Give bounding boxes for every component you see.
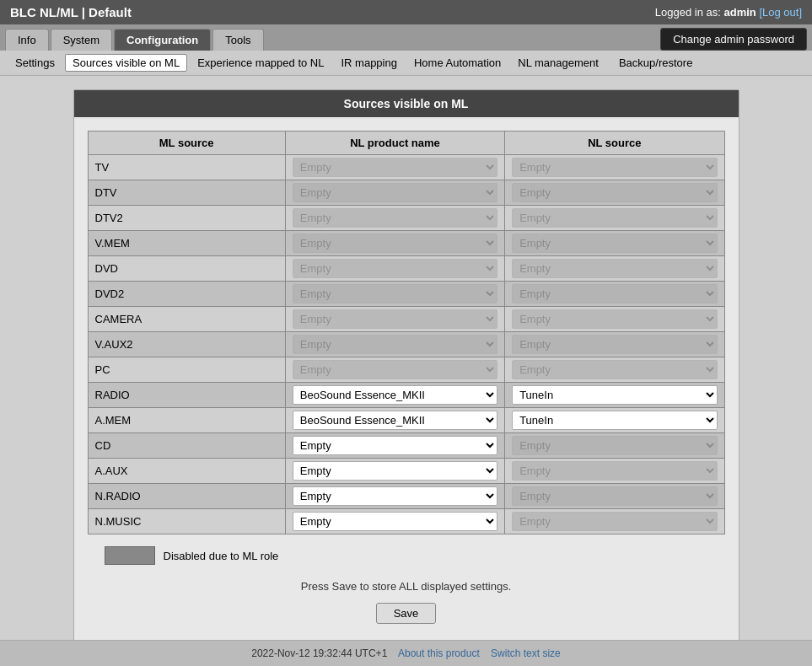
source-name-cell: N.MUSIC: [88, 509, 285, 534]
nl-product-select: Empty: [293, 335, 497, 354]
source-name-cell: A.MEM: [88, 408, 285, 433]
table-row: CDEmptyEmpty: [88, 433, 724, 459]
save-area: Save: [88, 603, 725, 624]
nl-product-select[interactable]: Empty: [293, 486, 497, 506]
nl-source-cell: Empty: [505, 332, 724, 357]
nl-product-cell[interactable]: BeoSound Essence_MKIIEmpty: [285, 408, 504, 433]
nl-product-select: Empty: [293, 183, 497, 202]
subnav-experience-mapped[interactable]: Experience mapped to NL: [191, 55, 331, 71]
nl-product-cell: Empty: [285, 256, 504, 282]
nl-product-cell: Empty: [285, 206, 504, 231]
nl-product-cell[interactable]: Empty: [285, 509, 504, 534]
tab-tools[interactable]: Tools: [212, 29, 263, 51]
col-nl-product: NL product name: [285, 132, 504, 155]
nl-source-select: Empty: [512, 335, 717, 354]
nl-source-select: Empty: [512, 208, 717, 228]
table-row: RADIOBeoSound Essence_MKIIEmptyTuneInEmp…: [88, 383, 724, 408]
col-ml-source: ML source: [88, 132, 285, 155]
nl-product-select: Empty: [293, 234, 497, 253]
table-row: DTVEmptyEmpty: [88, 180, 724, 206]
footer: 2022-Nov-12 19:32:44 UTC+1 About this pr…: [0, 640, 812, 666]
nl-source-cell: Empty: [505, 357, 724, 383]
nl-source-select: Empty: [512, 309, 717, 329]
nl-source-cell: Empty: [505, 433, 724, 459]
source-name-cell: RADIO: [88, 383, 285, 408]
subnav-backup-restore[interactable]: Backup/restore: [612, 55, 699, 71]
sources-panel: Sources visible on ML ML source NL produ…: [73, 89, 739, 643]
nl-source-cell: Empty: [505, 256, 724, 282]
nl-source-select: Empty: [512, 183, 717, 202]
about-link[interactable]: About this product: [398, 647, 480, 659]
header: BLC NL/ML | Default Logged in as: admin …: [0, 0, 812, 24]
nl-product-select[interactable]: Empty: [293, 512, 497, 531]
nl-source-cell: Empty: [505, 231, 724, 256]
source-name-cell: CD: [88, 433, 285, 459]
nl-source-select: Empty: [512, 360, 717, 379]
nl-product-select: Empty: [293, 284, 497, 303]
source-name-cell: V.MEM: [88, 231, 285, 256]
tab-configuration[interactable]: Configuration: [114, 29, 211, 51]
panel-title: Sources visible on ML: [74, 90, 739, 117]
switch-text-size-link[interactable]: Switch text size: [491, 647, 561, 659]
username: admin: [723, 6, 756, 19]
nl-product-cell[interactable]: Empty: [285, 459, 504, 484]
change-password-button[interactable]: Change admin password: [660, 28, 807, 51]
save-button[interactable]: Save: [376, 603, 437, 624]
subnav-ir-mapping[interactable]: IR mapping: [334, 55, 403, 71]
source-name-cell: PC: [88, 357, 285, 383]
sub-nav: Settings Sources visible on ML Experienc…: [0, 51, 812, 76]
nl-product-select: Empty: [293, 158, 497, 177]
legend-color-box: [105, 546, 155, 565]
footer-timestamp: 2022-Nov-12 19:32:44 UTC+1: [251, 647, 387, 659]
source-name-cell: CAMERA: [88, 307, 285, 332]
nl-product-cell: Empty: [285, 307, 504, 332]
table-row: A.AUXEmptyEmpty: [88, 459, 724, 484]
nl-source-select[interactable]: TuneInEmpty: [512, 411, 717, 430]
source-name-cell: DVD2: [88, 282, 285, 307]
source-name-cell: A.AUX: [88, 459, 285, 484]
nl-source-select[interactable]: TuneInEmpty: [512, 385, 717, 405]
nl-product-select[interactable]: Empty: [293, 436, 497, 455]
save-note: Press Save to store ALL displayed settin…: [88, 580, 725, 593]
subnav-sources-visible[interactable]: Sources visible on ML: [65, 54, 187, 72]
table-row: N.MUSICEmptyEmpty: [88, 509, 724, 534]
nl-product-select[interactable]: Empty: [293, 461, 497, 481]
source-name-cell: DTV: [88, 180, 285, 206]
subnav-settings[interactable]: Settings: [8, 55, 62, 71]
nl-product-select: Empty: [293, 360, 497, 379]
table-row: DTV2EmptyEmpty: [88, 206, 724, 231]
subnav-nl-management[interactable]: NL management: [511, 55, 605, 71]
tab-info[interactable]: Info: [5, 29, 49, 51]
login-info: Logged in as: admin [Log out]: [655, 6, 802, 19]
nl-source-cell: Empty: [505, 155, 724, 180]
nl-source-select: Empty: [512, 259, 717, 278]
logout-link[interactable]: [Log out]: [759, 6, 802, 19]
col-nl-source: NL source: [505, 132, 724, 155]
tab-system[interactable]: System: [51, 29, 112, 51]
nl-product-select: Empty: [293, 259, 497, 278]
table-row: CAMERAEmptyEmpty: [88, 307, 724, 332]
nl-source-select: Empty: [512, 436, 717, 455]
legend: Disabled due to ML role: [88, 546, 725, 565]
source-name-cell: DTV2: [88, 206, 285, 231]
table-row: V.AUX2EmptyEmpty: [88, 332, 724, 357]
nl-product-cell[interactable]: Empty: [285, 433, 504, 459]
nl-product-select[interactable]: BeoSound Essence_MKIIEmpty: [293, 385, 497, 405]
nl-product-cell[interactable]: Empty: [285, 484, 504, 509]
nl-source-cell: Empty: [505, 484, 724, 509]
nl-product-select: Empty: [293, 208, 497, 228]
nl-source-cell[interactable]: TuneInEmpty: [505, 408, 724, 433]
nl-product-cell: Empty: [285, 357, 504, 383]
login-label: Logged in as:: [655, 6, 721, 19]
nl-product-cell: Empty: [285, 282, 504, 307]
nl-product-select[interactable]: BeoSound Essence_MKIIEmpty: [293, 411, 497, 430]
nl-product-select: Empty: [293, 309, 497, 329]
table-row: DVD2EmptyEmpty: [88, 282, 724, 307]
nl-source-cell[interactable]: TuneInEmpty: [505, 383, 724, 408]
nl-product-cell[interactable]: BeoSound Essence_MKIIEmpty: [285, 383, 504, 408]
sources-table: ML source NL product name NL source TVEm…: [88, 131, 725, 534]
table-row: DVDEmptyEmpty: [88, 256, 724, 282]
nl-product-cell: Empty: [285, 155, 504, 180]
subnav-home-automation[interactable]: Home Automation: [407, 55, 508, 71]
nl-source-cell: Empty: [505, 307, 724, 332]
